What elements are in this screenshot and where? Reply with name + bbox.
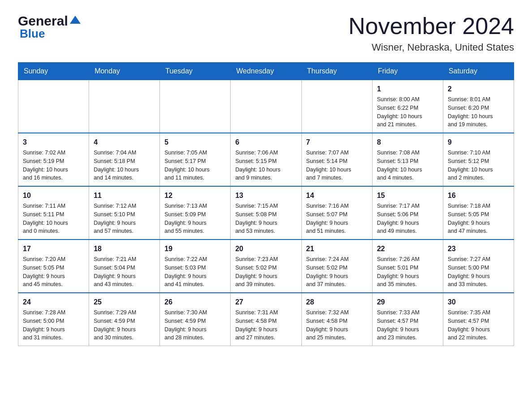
- day-of-week-header: Sunday: [18, 63, 89, 80]
- day-number: 26: [164, 297, 226, 308]
- svg-marker-0: [70, 16, 81, 24]
- day-number: 27: [235, 297, 296, 308]
- day-number: 16: [448, 190, 509, 201]
- day-number: 20: [235, 244, 296, 254]
- day-info: Sunrise: 7:22 AM Sunset: 5:03 PM Dayligh…: [164, 255, 226, 289]
- day-info: Sunrise: 7:18 AM Sunset: 5:05 PM Dayligh…: [448, 202, 509, 235]
- calendar-cell: 22Sunrise: 7:26 AM Sunset: 5:01 PM Dayli…: [372, 240, 443, 293]
- calendar-cell: 14Sunrise: 7:16 AM Sunset: 5:07 PM Dayli…: [301, 186, 372, 240]
- calendar-week-row: 24Sunrise: 7:28 AM Sunset: 5:00 PM Dayli…: [18, 293, 514, 346]
- day-number: 23: [448, 244, 509, 254]
- calendar-cell: 21Sunrise: 7:24 AM Sunset: 5:02 PM Dayli…: [301, 240, 372, 293]
- day-info: Sunrise: 7:10 AM Sunset: 5:12 PM Dayligh…: [448, 149, 509, 182]
- calendar-cell: 24Sunrise: 7:28 AM Sunset: 5:00 PM Dayli…: [18, 293, 89, 346]
- logo-blue: Blue: [20, 27, 45, 40]
- calendar-cell: 12Sunrise: 7:13 AM Sunset: 5:09 PM Dayli…: [160, 186, 231, 240]
- calendar-cell: 28Sunrise: 7:32 AM Sunset: 4:58 PM Dayli…: [301, 293, 372, 346]
- page-header: General Blue November 2024 Wisner, Nebra…: [18, 13, 514, 53]
- logo-general: General: [18, 13, 68, 29]
- calendar-cell: 27Sunrise: 7:31 AM Sunset: 4:58 PM Dayli…: [231, 293, 301, 346]
- calendar-cell: 10Sunrise: 7:11 AM Sunset: 5:11 PM Dayli…: [18, 186, 89, 240]
- calendar-cell: 6Sunrise: 7:06 AM Sunset: 5:15 PM Daylig…: [231, 133, 301, 186]
- calendar-cell: [231, 80, 301, 133]
- calendar-cell: 11Sunrise: 7:12 AM Sunset: 5:10 PM Dayli…: [89, 186, 160, 240]
- day-number: 5: [164, 137, 226, 148]
- day-number: 12: [164, 190, 226, 201]
- day-info: Sunrise: 7:23 AM Sunset: 5:02 PM Dayligh…: [235, 255, 296, 289]
- day-info: Sunrise: 7:04 AM Sunset: 5:18 PM Dayligh…: [94, 149, 155, 182]
- calendar-cell: [160, 80, 231, 133]
- calendar-cell: 18Sunrise: 7:21 AM Sunset: 5:04 PM Dayli…: [89, 240, 160, 293]
- day-number: 11: [94, 190, 155, 201]
- day-info: Sunrise: 8:00 AM Sunset: 6:22 PM Dayligh…: [377, 95, 438, 129]
- calendar-week-row: 1Sunrise: 8:00 AM Sunset: 6:22 PM Daylig…: [18, 80, 514, 133]
- day-number: 3: [23, 137, 84, 148]
- calendar-cell: 9Sunrise: 7:10 AM Sunset: 5:12 PM Daylig…: [443, 133, 514, 186]
- calendar-cell: 23Sunrise: 7:27 AM Sunset: 5:00 PM Dayli…: [443, 240, 514, 293]
- day-info: Sunrise: 7:17 AM Sunset: 5:06 PM Dayligh…: [377, 202, 438, 235]
- calendar-cell: 5Sunrise: 7:05 AM Sunset: 5:17 PM Daylig…: [160, 133, 231, 186]
- location-title: Wisner, Nebraska, United States: [348, 42, 514, 53]
- calendar-cell: 2Sunrise: 8:01 AM Sunset: 6:20 PM Daylig…: [443, 80, 514, 133]
- calendar-cell: 15Sunrise: 7:17 AM Sunset: 5:06 PM Dayli…: [372, 186, 443, 240]
- day-info: Sunrise: 7:27 AM Sunset: 5:00 PM Dayligh…: [448, 255, 509, 289]
- day-of-week-header: Wednesday: [231, 63, 301, 80]
- calendar-cell: 4Sunrise: 7:04 AM Sunset: 5:18 PM Daylig…: [89, 133, 160, 186]
- calendar-cell: 30Sunrise: 7:35 AM Sunset: 4:57 PM Dayli…: [443, 293, 514, 346]
- day-of-week-header: Friday: [372, 63, 443, 80]
- month-title: November 2024: [348, 13, 514, 39]
- day-number: 7: [306, 137, 368, 148]
- calendar-cell: 25Sunrise: 7:29 AM Sunset: 4:59 PM Dayli…: [89, 293, 160, 346]
- day-info: Sunrise: 7:26 AM Sunset: 5:01 PM Dayligh…: [377, 255, 438, 289]
- day-info: Sunrise: 7:35 AM Sunset: 4:57 PM Dayligh…: [448, 308, 509, 342]
- day-number: 24: [23, 297, 84, 308]
- day-number: 14: [306, 190, 368, 201]
- day-info: Sunrise: 7:31 AM Sunset: 4:58 PM Dayligh…: [235, 308, 296, 342]
- day-number: 28: [306, 297, 368, 308]
- day-number: 15: [377, 190, 438, 201]
- title-section: November 2024 Wisner, Nebraska, United S…: [348, 13, 514, 53]
- day-info: Sunrise: 7:13 AM Sunset: 5:09 PM Dayligh…: [164, 202, 226, 235]
- day-number: 18: [94, 244, 155, 254]
- calendar-header-row: SundayMondayTuesdayWednesdayThursdayFrid…: [18, 63, 514, 80]
- day-info: Sunrise: 7:21 AM Sunset: 5:04 PM Dayligh…: [94, 255, 155, 289]
- day-number: 6: [235, 137, 296, 148]
- day-info: Sunrise: 7:08 AM Sunset: 5:13 PM Dayligh…: [377, 149, 438, 182]
- day-number: 1: [377, 84, 438, 94]
- calendar-cell: 16Sunrise: 7:18 AM Sunset: 5:05 PM Dayli…: [443, 186, 514, 240]
- day-info: Sunrise: 8:01 AM Sunset: 6:20 PM Dayligh…: [448, 95, 509, 129]
- day-number: 2: [448, 84, 509, 94]
- calendar-cell: 1Sunrise: 8:00 AM Sunset: 6:22 PM Daylig…: [372, 80, 443, 133]
- day-info: Sunrise: 7:28 AM Sunset: 5:00 PM Dayligh…: [23, 308, 84, 342]
- calendar-week-row: 10Sunrise: 7:11 AM Sunset: 5:11 PM Dayli…: [18, 186, 514, 240]
- day-number: 4: [94, 137, 155, 148]
- calendar-cell: 8Sunrise: 7:08 AM Sunset: 5:13 PM Daylig…: [372, 133, 443, 186]
- day-number: 17: [23, 244, 84, 254]
- day-of-week-header: Thursday: [301, 63, 372, 80]
- calendar-week-row: 17Sunrise: 7:20 AM Sunset: 5:05 PM Dayli…: [18, 240, 514, 293]
- day-of-week-header: Saturday: [443, 63, 514, 80]
- day-info: Sunrise: 7:06 AM Sunset: 5:15 PM Dayligh…: [235, 149, 296, 182]
- logo: General Blue: [18, 13, 82, 41]
- day-number: 19: [164, 244, 226, 254]
- day-info: Sunrise: 7:07 AM Sunset: 5:14 PM Dayligh…: [306, 149, 368, 182]
- day-info: Sunrise: 7:11 AM Sunset: 5:11 PM Dayligh…: [23, 202, 84, 235]
- day-info: Sunrise: 7:05 AM Sunset: 5:17 PM Dayligh…: [164, 149, 226, 182]
- day-number: 30: [448, 297, 509, 308]
- calendar-cell: 26Sunrise: 7:30 AM Sunset: 4:59 PM Dayli…: [160, 293, 231, 346]
- day-number: 25: [94, 297, 155, 308]
- day-info: Sunrise: 7:33 AM Sunset: 4:57 PM Dayligh…: [377, 308, 438, 342]
- day-info: Sunrise: 7:24 AM Sunset: 5:02 PM Dayligh…: [306, 255, 368, 289]
- calendar-cell: 29Sunrise: 7:33 AM Sunset: 4:57 PM Dayli…: [372, 293, 443, 346]
- day-number: 8: [377, 137, 438, 148]
- day-info: Sunrise: 7:29 AM Sunset: 4:59 PM Dayligh…: [94, 308, 155, 342]
- day-info: Sunrise: 7:12 AM Sunset: 5:10 PM Dayligh…: [94, 202, 155, 235]
- calendar-cell: 7Sunrise: 7:07 AM Sunset: 5:14 PM Daylig…: [301, 133, 372, 186]
- day-info: Sunrise: 7:15 AM Sunset: 5:08 PM Dayligh…: [235, 202, 296, 235]
- day-number: 22: [377, 244, 438, 254]
- calendar-cell: 19Sunrise: 7:22 AM Sunset: 5:03 PM Dayli…: [160, 240, 231, 293]
- day-info: Sunrise: 7:20 AM Sunset: 5:05 PM Dayligh…: [23, 255, 84, 289]
- day-info: Sunrise: 7:16 AM Sunset: 5:07 PM Dayligh…: [306, 202, 368, 235]
- day-info: Sunrise: 7:30 AM Sunset: 4:59 PM Dayligh…: [164, 308, 226, 342]
- calendar-cell: [301, 80, 372, 133]
